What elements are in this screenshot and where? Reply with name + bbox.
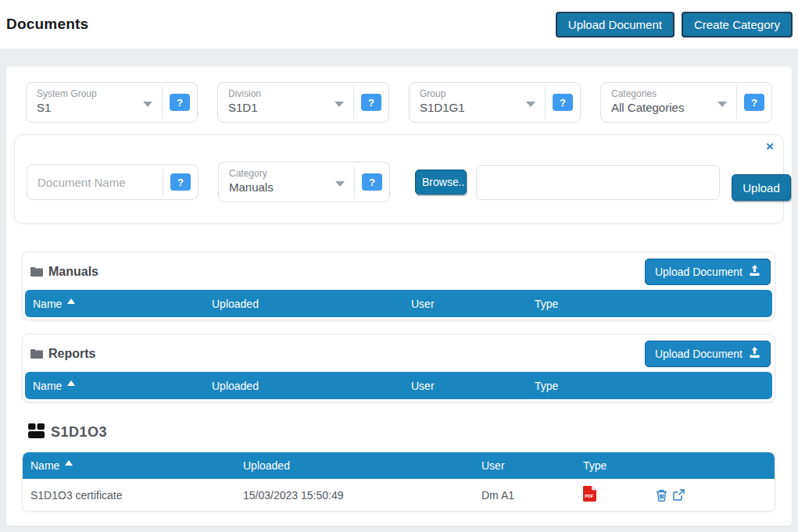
upload-button[interactable]: Upload (732, 174, 791, 201)
external-link-icon[interactable] (673, 489, 685, 501)
category-value: Manuals (229, 180, 346, 194)
pdf-file-icon: PDF (583, 486, 656, 504)
column-header-uploaded[interactable]: Uploaded (212, 380, 411, 392)
category-filter: Category Manuals ? (218, 162, 390, 202)
content-area: System Group S1 ? Division S1D1 ? (0, 48, 798, 532)
help-icon[interactable]: ? (553, 94, 573, 111)
org-table: Name Uploaded User Type S1D1O3 certifica… (22, 452, 775, 512)
division-select[interactable]: Division S1D1 (218, 83, 353, 122)
table-row: S1D1O3 certificate 15/03/2023 15:50:49 D… (23, 479, 775, 511)
system-group-label: System Group (37, 88, 154, 99)
column-header-type[interactable]: Type (583, 459, 656, 472)
column-header-type[interactable]: Type (535, 380, 772, 392)
org-title: S1D1O3 (51, 424, 107, 441)
page-title: Documents (6, 16, 88, 33)
category-select[interactable]: Category Manuals (219, 162, 354, 202)
top-bar: Documents Upload Document Create Categor… (0, 0, 798, 48)
categories-filter: Categories All Categories ? (600, 82, 772, 123)
cell-document-name: S1D1O3 certificate (30, 489, 243, 502)
svg-text:PDF: PDF (585, 494, 594, 498)
chevron-down-icon (143, 102, 152, 107)
division-filter: Division S1D1 ? (217, 82, 389, 123)
upload-document-section-label: Upload Document (655, 348, 743, 360)
sort-ascending-icon (67, 380, 75, 386)
column-header-type[interactable]: Type (535, 298, 772, 310)
group-label: Group (420, 88, 537, 99)
org-heading: S1D1O3 (28, 423, 775, 441)
upload-document-section-button[interactable]: Upload Document (645, 341, 771, 367)
close-icon[interactable]: × (766, 140, 774, 153)
upload-document-section-button[interactable]: Upload Document (645, 259, 771, 285)
delete-icon[interactable] (656, 489, 667, 502)
categories-select[interactable]: Categories All Categories (601, 83, 736, 122)
table-header: Name Uploaded User Type (25, 372, 772, 399)
section-reports: Reports Upload Document Name Uploaded Us… (22, 334, 775, 402)
chevron-down-icon (335, 181, 345, 187)
help-icon[interactable]: ? (170, 94, 190, 111)
table-header: Name Uploaded User Type (23, 452, 775, 479)
folder-icon (30, 348, 43, 359)
division-label: Division (228, 88, 345, 99)
column-header-name[interactable]: Name (30, 459, 243, 472)
help-icon[interactable]: ? (170, 173, 191, 191)
upload-document-section-label: Upload Document (655, 266, 743, 278)
group-filter: Group S1D1G1 ? (409, 82, 581, 123)
help-icon[interactable]: ? (361, 94, 381, 111)
upload-panel: × ? Category Manuals (14, 134, 784, 224)
chevron-down-icon (335, 102, 344, 107)
upload-icon (749, 265, 760, 279)
section-manuals: Manuals Upload Document Name Uploaded Us… (22, 252, 775, 320)
column-header-name[interactable]: Name (33, 298, 212, 310)
column-header-uploaded[interactable]: Uploaded (212, 298, 411, 310)
division-value: S1D1 (228, 101, 345, 114)
category-label: Category (229, 168, 346, 179)
sort-ascending-icon (67, 298, 75, 304)
main-card: System Group S1 ? Division S1D1 ? (6, 66, 792, 526)
row-actions (656, 489, 775, 502)
section-title: Reports (48, 347, 95, 361)
categories-value: All Categories (611, 101, 728, 114)
upload-document-button[interactable]: Upload Document (556, 12, 675, 37)
upload-icon (749, 347, 760, 361)
column-header-user[interactable]: User (411, 380, 535, 392)
browse-button[interactable]: Browse... (415, 170, 467, 195)
create-category-button[interactable]: Create Category (682, 12, 793, 37)
help-icon[interactable]: ? (744, 94, 764, 111)
column-header-uploaded[interactable]: Uploaded (243, 459, 481, 472)
column-header-user[interactable]: User (411, 298, 535, 310)
cell-user: Dm A1 (481, 489, 583, 502)
chevron-down-icon (526, 102, 535, 107)
folder-icon (30, 266, 43, 277)
file-name-input[interactable] (476, 165, 720, 200)
chevron-down-icon (717, 102, 727, 107)
group-value: S1D1G1 (420, 101, 537, 114)
cell-uploaded: 15/03/2023 15:50:49 (243, 489, 481, 502)
help-icon[interactable]: ? (362, 173, 382, 191)
column-header-user[interactable]: User (481, 459, 583, 472)
system-group-select[interactable]: System Group S1 (27, 83, 162, 122)
filter-row: System Group S1 ? Division S1D1 ? (6, 66, 792, 123)
categories-label: Categories (611, 88, 728, 99)
document-name-input[interactable] (27, 165, 163, 199)
organization-icon (28, 423, 45, 441)
system-group-value: S1 (37, 101, 154, 114)
system-group-filter: System Group S1 ? (26, 82, 198, 123)
group-select[interactable]: Group S1D1G1 (410, 83, 545, 122)
column-header-name[interactable]: Name (33, 380, 212, 392)
sort-ascending-icon (65, 460, 73, 466)
table-header: Name Uploaded User Type (25, 290, 772, 317)
section-title: Manuals (48, 265, 98, 279)
document-name-group: ? (27, 164, 199, 200)
